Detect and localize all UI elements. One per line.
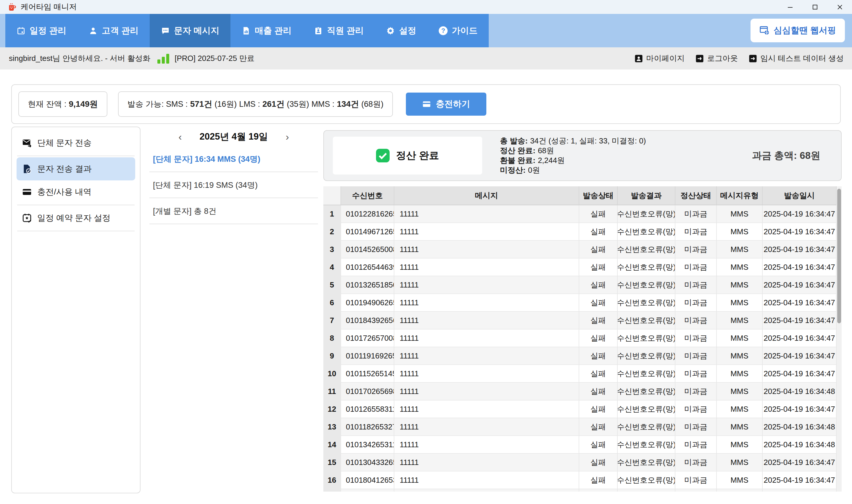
- table-scrollbar: [837, 186, 842, 491]
- cell-row-number: 14: [323, 436, 341, 454]
- next-day-chevron[interactable]: ›: [284, 132, 290, 142]
- tab-guide[interactable]: ? 가이드: [428, 14, 489, 47]
- cell-message: 11111: [394, 365, 579, 383]
- window-title: 케어타임 매니저: [21, 2, 77, 12]
- tab-label: 고객 관리: [102, 25, 139, 37]
- cell-type: MMS: [717, 241, 763, 258]
- tab-settings[interactable]: 설정: [375, 14, 428, 47]
- cell-message: [394, 489, 579, 491]
- cell-type: MMS: [717, 471, 763, 489]
- table-row-partial: [323, 489, 837, 491]
- header-phone: 수신번호: [341, 186, 394, 205]
- message-group-item[interactable]: [개별 문자] 총 8건: [149, 198, 318, 224]
- header-billing: 정산상태: [675, 186, 717, 205]
- sidebar-item-send-results[interactable]: 문자 전송 결과: [17, 157, 135, 180]
- results-table: 수신번호 메시지 발송상태 발송결과 정산상태 메시지유형 발송일시 1 010…: [323, 186, 842, 491]
- minimize-icon[interactable]: [786, 3, 794, 11]
- person-icon: [89, 26, 97, 35]
- cell-phone: 010134265311: [341, 436, 394, 454]
- cell-row-number: 4: [323, 258, 341, 276]
- tab-schedule[interactable]: 일정 관리: [5, 14, 77, 47]
- cell-status: 실패: [579, 276, 618, 294]
- message-group-item[interactable]: [단체 문자] 16:34 MMS (34명): [149, 146, 318, 172]
- cell-result: 수신번호오류(망): [618, 471, 675, 489]
- cell-message: 11111: [394, 418, 579, 436]
- tab-sales[interactable]: 매출 관리: [231, 14, 303, 47]
- logout-link[interactable]: 로그아웃: [695, 53, 738, 64]
- id-badge-icon: [314, 26, 323, 35]
- cell-datetime: 2025-04-19 16:34:47: [763, 312, 837, 329]
- prev-day-chevron[interactable]: ‹: [177, 132, 183, 142]
- tab-label: 설정: [399, 25, 416, 37]
- cell-row-number: 11: [323, 383, 341, 400]
- app-logo-cup-icon: [7, 2, 17, 12]
- cell-datetime: 2025-04-19 16:34:47: [763, 241, 837, 258]
- status-bar: singbird_test님 안녕하세요. - 서버 활성화 [PRO] 202…: [0, 47, 852, 70]
- greeting-text: singbird_test님 안녕하세요. - 서버 활성화: [9, 53, 150, 64]
- sidebar-label: 일정 예약 문자 설정: [37, 212, 110, 223]
- logout-arrow-icon: [695, 54, 704, 63]
- cell-phone: 010126544639: [341, 258, 394, 276]
- sidebar-item-scheduled-sms[interactable]: 일정 예약 문자 설정: [17, 206, 135, 230]
- cell-phone: 010118265327: [341, 418, 394, 436]
- cell-billing: [675, 489, 717, 491]
- tab-label: 일정 관리: [30, 25, 66, 37]
- cell-billing: 미과금: [675, 223, 717, 241]
- calendar-check-icon: [22, 213, 32, 223]
- table-body: 1 010122816265 11111 실패 수신번호오류(망) 미과금 MM…: [323, 205, 837, 489]
- logout-label: 로그아웃: [707, 53, 738, 64]
- web-surfing-button[interactable]: 심심할땐 웹서핑: [750, 19, 845, 42]
- close-icon[interactable]: [836, 3, 844, 11]
- cell-row-number: 3: [323, 241, 341, 258]
- browser-globe-icon: [759, 25, 769, 36]
- cell-billing: 미과금: [675, 365, 717, 383]
- signal-bars-icon: [157, 54, 169, 64]
- settlement-status-badge: 정산 완료: [333, 137, 482, 175]
- tab-staff[interactable]: 직원 관리: [303, 14, 375, 47]
- tab-label: 문자 메시지: [174, 25, 219, 37]
- cell-billing: 미과금: [675, 276, 717, 294]
- charge-button[interactable]: 충전하기: [406, 93, 486, 116]
- file-check-icon: [22, 164, 32, 174]
- test-data-link[interactable]: 임시 테스트 데이터 생성: [748, 53, 844, 64]
- cell-message: 11111: [394, 471, 579, 489]
- cell-status: 실패: [579, 454, 618, 471]
- cell-billing: 미과금: [675, 294, 717, 312]
- cell-status: 실패: [579, 329, 618, 347]
- stat-label: 정산 완료:: [500, 146, 536, 155]
- cell-result: 수신번호오류(망): [618, 400, 675, 418]
- message-list-panel: ‹ 2025년 4월 19일 › [단체 문자] 16:34 MMS (34명)…: [149, 127, 318, 224]
- tab-customers[interactable]: 고객 관리: [77, 14, 150, 47]
- cell-type: MMS: [717, 258, 763, 276]
- balance-amount: 9,149원: [69, 98, 98, 110]
- cell-result: 수신번호오류(망): [618, 436, 675, 454]
- cell-row-number: 8: [323, 329, 341, 347]
- cell-result: 수신번호오류(망): [618, 418, 675, 436]
- cell-type: MMS: [717, 205, 763, 223]
- license-text: [PRO] 2025-07-25 만료: [175, 53, 254, 64]
- scrollbar-thumb[interactable]: [837, 189, 841, 323]
- stat-value: 68원: [538, 146, 554, 155]
- cell-datetime: 2025-04-19 16:34:47: [763, 276, 837, 294]
- generate-arrow-icon: [748, 54, 757, 63]
- maximize-icon[interactable]: [811, 3, 819, 11]
- current-balance: 현재 잔액 : 9,149원: [18, 91, 107, 117]
- cell-row-number: 15: [323, 454, 341, 471]
- badge-label: 정산 완료: [396, 149, 439, 162]
- charge-label: 충전하기: [436, 98, 470, 110]
- tab-sms[interactable]: 문자 메시지: [150, 14, 231, 47]
- message-group-item[interactable]: [단체 문자] 16:19 SMS (34명): [149, 172, 318, 198]
- cell-billing: 미과금: [675, 400, 717, 418]
- cell-result: 수신번호오류(망): [618, 329, 675, 347]
- header-datetime: 발송일시: [763, 186, 837, 205]
- cell-row-number: 6: [323, 294, 341, 312]
- cell-status: 실패: [579, 241, 618, 258]
- cell-message: 11111: [394, 329, 579, 347]
- cell-status: 실패: [579, 312, 618, 329]
- cell-datetime: 2025-04-19 16:34:47: [763, 365, 837, 383]
- sidebar-item-charge-history[interactable]: 충전/사용 내역: [17, 180, 135, 203]
- cell-message: 11111: [394, 400, 579, 418]
- sidebar-item-bulk-send[interactable]: 단체 문자 전송: [17, 131, 135, 155]
- cell-phone: 010132651850: [341, 276, 394, 294]
- mypage-link[interactable]: 마이페이지: [634, 53, 685, 64]
